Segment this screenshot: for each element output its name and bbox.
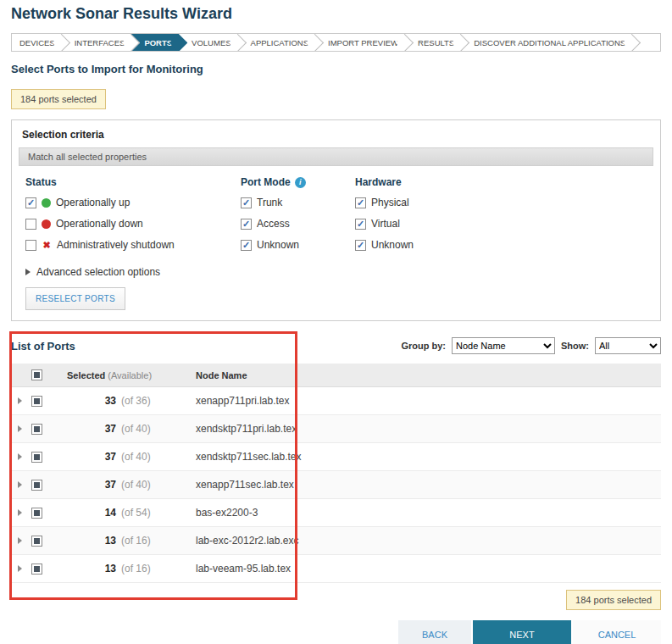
expand-row-icon[interactable] bbox=[18, 425, 22, 432]
port-mode-column-heading: Port Mode bbox=[241, 176, 355, 188]
administratively-shutdown-checkbox[interactable] bbox=[25, 240, 36, 251]
selected-count: 13 bbox=[57, 527, 116, 555]
criteria-columns: Status Operationally up Operationally do… bbox=[12, 166, 660, 260]
back-button[interactable]: BACK bbox=[398, 620, 471, 644]
select-all-checkbox[interactable] bbox=[31, 369, 42, 380]
access-checkbox[interactable] bbox=[241, 219, 252, 230]
selected-count: 37 bbox=[57, 443, 116, 471]
next-button[interactable]: NEXT bbox=[473, 620, 571, 644]
port-mode-column: Port Mode Trunk Access Unknown bbox=[241, 176, 355, 260]
ports-table: Selected (Available) Node Name 33 (of 36… bbox=[11, 364, 661, 583]
port-row[interactable]: 14 (of 54) bas-ex2200-3 bbox=[11, 499, 661, 527]
node-name-header: Node Name bbox=[179, 364, 661, 387]
step-applications[interactable]: APPLICATIONS bbox=[238, 34, 315, 51]
list-of-ports-header: List of Ports Group by: Node Name Show: … bbox=[11, 336, 661, 355]
criteria-row-access: Access bbox=[241, 218, 355, 230]
step-import-preview[interactable]: IMPORT PREVIEW bbox=[315, 34, 405, 51]
available-count: (of 54) bbox=[116, 499, 179, 527]
node-name: xenapp711sec.lab.tex bbox=[179, 471, 661, 499]
operationally-down-checkbox[interactable] bbox=[25, 219, 36, 230]
wizard-steps: DEVICES INTERFACES PORTS VOLUMES APPLICA… bbox=[11, 33, 661, 52]
wizard-footer-buttons: BACK NEXT CANCEL bbox=[11, 620, 661, 644]
expand-row-icon[interactable] bbox=[18, 481, 22, 488]
network-sonar-wizard-page: Network Sonar Results Wizard DEVICES INT… bbox=[0, 5, 672, 644]
criteria-row-administratively-shutdown: ✖ Administratively shutdown bbox=[25, 239, 241, 251]
advanced-expand-icon bbox=[25, 269, 31, 275]
row-select-checkbox[interactable] bbox=[31, 564, 42, 575]
list-controls: Group by: Node Name Show: All bbox=[401, 337, 661, 354]
available-count: (of 40) bbox=[116, 415, 179, 443]
trunk-checkbox[interactable] bbox=[241, 197, 252, 208]
advanced-selection-options[interactable]: Advanced selection options bbox=[25, 265, 660, 279]
available-header-label: (Available) bbox=[108, 370, 152, 380]
row-select-checkbox[interactable] bbox=[31, 536, 42, 547]
selected-count: 13 bbox=[57, 555, 116, 583]
expand-row-icon[interactable] bbox=[18, 453, 22, 460]
header-checkbox-cell bbox=[31, 364, 57, 387]
cancel-button[interactable]: CANCEL bbox=[573, 620, 661, 644]
selected-count: 37 bbox=[57, 471, 116, 499]
row-select-checkbox[interactable] bbox=[31, 424, 42, 435]
row-select-checkbox[interactable] bbox=[31, 480, 42, 491]
port-row[interactable]: 37 (of 40) xendsktp711sec.lab.tex bbox=[11, 443, 661, 471]
ports-selected-badge-top: 184 ports selected bbox=[11, 89, 106, 109]
row-select-checkbox[interactable] bbox=[31, 396, 42, 407]
available-count: (of 40) bbox=[116, 443, 179, 471]
expand-row-icon[interactable] bbox=[18, 397, 22, 404]
node-name: lab-exc-2012r2.lab.exc bbox=[179, 527, 661, 555]
administratively-shutdown-label: Administratively shutdown bbox=[57, 239, 175, 251]
criteria-row-operationally-up: Operationally up bbox=[25, 197, 241, 208]
hardware-unknown-label: Unknown bbox=[371, 239, 414, 251]
operationally-up-checkbox[interactable] bbox=[25, 197, 36, 208]
criteria-row-trunk: Trunk bbox=[241, 197, 355, 208]
expand-row-icon[interactable] bbox=[18, 537, 22, 544]
page-title: Network Sonar Results Wizard bbox=[11, 5, 672, 23]
group-by-label: Group by: bbox=[401, 341, 446, 351]
hardware-unknown-checkbox[interactable] bbox=[355, 240, 366, 251]
port-row[interactable]: 37 (of 40) xenapp711sec.lab.tex bbox=[11, 471, 661, 499]
list-of-ports-section: List of Ports Group by: Node Name Show: … bbox=[11, 336, 661, 583]
row-select-checkbox[interactable] bbox=[31, 508, 42, 519]
port-mode-unknown-label: Unknown bbox=[257, 239, 299, 251]
port-row[interactable]: 37 (of 40) xendsktp711pri.lab.tex bbox=[11, 415, 661, 443]
selected-count: 33 bbox=[57, 387, 116, 415]
row-select-checkbox[interactable] bbox=[31, 452, 42, 463]
port-row[interactable]: 13 (of 16) lab-exc-2012r2.lab.exc bbox=[11, 527, 661, 555]
expand-row-icon[interactable] bbox=[18, 565, 22, 572]
step-devices[interactable]: DEVICES bbox=[12, 34, 62, 51]
match-properties-bar: Match all selected properties bbox=[19, 147, 653, 166]
status-column-heading: Status bbox=[25, 176, 241, 188]
group-by-select[interactable]: Node Name bbox=[452, 337, 555, 354]
show-select[interactable]: All bbox=[595, 337, 661, 354]
physical-label: Physical bbox=[371, 197, 409, 208]
criteria-row-hardware-unknown: Unknown bbox=[355, 239, 482, 251]
operationally-down-label: Operationally down bbox=[56, 218, 143, 230]
port-mode-info-icon[interactable] bbox=[295, 177, 306, 188]
reselect-ports-button[interactable]: RESELECT PORTS bbox=[25, 287, 125, 310]
hardware-column: Hardware Physical Virtual Unknown bbox=[355, 176, 482, 260]
virtual-checkbox[interactable] bbox=[355, 219, 366, 230]
status-shutdown-icon: ✖ bbox=[42, 240, 52, 251]
node-name: bas-ex2200-3 bbox=[179, 499, 661, 527]
node-name: lab-veeam-95.lab.tex bbox=[179, 555, 661, 583]
port-row[interactable]: 33 (of 36) xenapp711pri.lab.tex bbox=[11, 387, 661, 415]
status-up-icon bbox=[42, 198, 51, 208]
virtual-label: Virtual bbox=[371, 218, 400, 230]
port-mode-unknown-checkbox[interactable] bbox=[241, 240, 252, 251]
step-discover-additional-applications[interactable]: DISCOVER ADDITIONAL APPLICATIONS bbox=[461, 34, 632, 51]
access-label: Access bbox=[257, 218, 290, 230]
step-interfaces[interactable]: INTERFACES bbox=[62, 34, 132, 51]
port-row[interactable]: 13 (of 16) lab-veeam-95.lab.tex bbox=[11, 555, 661, 583]
available-count: (of 40) bbox=[116, 471, 179, 499]
selected-count: 14 bbox=[57, 499, 116, 527]
trunk-label: Trunk bbox=[257, 197, 282, 208]
expand-row-icon[interactable] bbox=[18, 509, 22, 516]
show-label: Show: bbox=[561, 341, 589, 351]
list-of-ports-title: List of Ports bbox=[11, 340, 75, 353]
node-name: xenapp711pri.lab.tex bbox=[179, 387, 661, 415]
selection-criteria-panel: Selection criteria Match all selected pr… bbox=[11, 119, 661, 321]
physical-checkbox[interactable] bbox=[355, 197, 366, 208]
criteria-row-virtual: Virtual bbox=[355, 218, 482, 230]
available-count: (of 36) bbox=[116, 387, 179, 415]
operationally-up-label: Operationally up bbox=[56, 197, 130, 208]
